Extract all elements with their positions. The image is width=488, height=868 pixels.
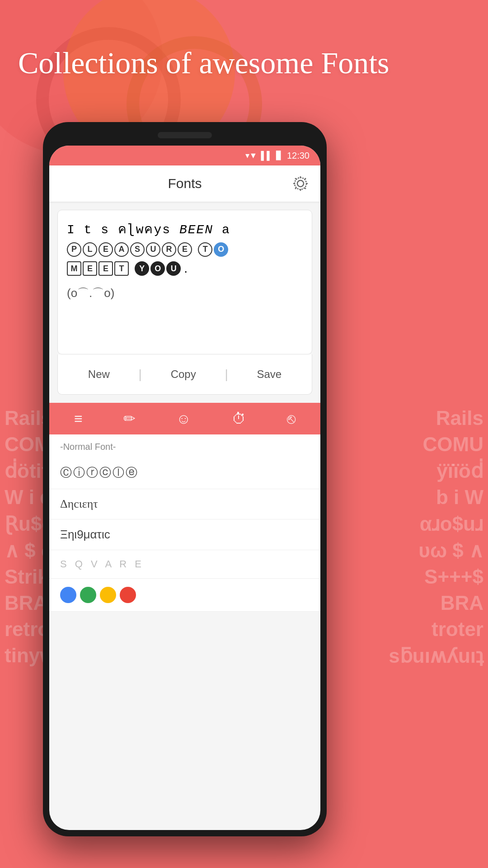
circle-t: T [198, 242, 212, 257]
phone-speaker [158, 132, 212, 138]
tab-edit-icon[interactable]: ✏ [123, 410, 136, 427]
app-title: Fonts [168, 176, 202, 191]
header-title: Collections of awesome Fonts [18, 45, 470, 80]
tab-bar: ≡ ✏ ☺ ⏱ ⎋ [49, 403, 320, 434]
font-line-2: P L E A S U R E T O [67, 241, 303, 258]
circle-e: E [99, 242, 113, 257]
brand-dot-red [120, 587, 136, 603]
phone-screen: ▾▼ ▌▌ ▊ 12:30 Fonts I t s คɭwคys BEEΝ a [49, 146, 320, 830]
status-icons: ▾▼ ▌▌ ▊ [245, 151, 282, 160]
status-time: 12:30 [287, 151, 310, 161]
font-circle-display: Ⓒⓘⓡⓒⓛⓔ [60, 466, 139, 479]
circle-r: R [162, 242, 176, 257]
app-bar: Fonts [49, 165, 320, 202]
square-t: T [114, 261, 129, 276]
new-button[interactable]: New [75, 364, 123, 384]
square-m: M [67, 261, 81, 276]
circle-y-dark: Y [135, 261, 149, 276]
circle-u-dark: U [166, 261, 181, 276]
svg-point-0 [297, 180, 304, 187]
save-button[interactable]: Save [243, 364, 295, 384]
tab-share-icon[interactable]: ⎋ [287, 410, 296, 427]
font-item-ancient[interactable]: Δηcιεητ [49, 489, 320, 519]
circle-p: P [67, 242, 81, 257]
brand-dot-blue [60, 587, 76, 603]
circle-s: S [130, 242, 145, 257]
font-list-header: -Normal Font- [49, 434, 320, 457]
circle-a: A [114, 242, 129, 257]
kaomoji: (o⌒.⌒o) [67, 285, 303, 301]
circle-o-blue: O [214, 242, 228, 257]
settings-button[interactable] [291, 174, 310, 193]
action-buttons: New | Copy | Save [57, 354, 312, 395]
font-ancient-display: Δηcιεητ [60, 497, 98, 510]
tab-list-icon[interactable]: ≡ [74, 410, 83, 427]
phone-mockup: ▾▼ ▌▌ ▊ 12:30 Fonts I t s คɭwคys BEEΝ a [43, 122, 327, 836]
font-square-display: S Q V A R E [60, 558, 144, 570]
svg-point-1 [295, 178, 306, 189]
tab-emoji-icon[interactable]: ☺ [176, 410, 191, 427]
brand-dot-teal [80, 587, 96, 603]
font-brand-display [60, 587, 310, 603]
tab-history-icon[interactable]: ⏱ [232, 410, 246, 427]
circle-o-dark: O [150, 261, 165, 276]
font-item-brand[interactable] [49, 579, 320, 612]
font-item-circle[interactable]: Ⓒⓘⓡⓒⓛⓔ [49, 457, 320, 489]
font-enigmatic-display: Ξηι9ματιc [60, 528, 110, 541]
copy-button[interactable]: Copy [157, 364, 210, 384]
font-item-enigmatic[interactable]: Ξηι9ματιc [49, 519, 320, 550]
text-display-area: I t s คɭwคys BEEΝ a P L E A S U R E T O … [57, 210, 312, 354]
status-bar: ▾▼ ▌▌ ▊ 12:30 [49, 146, 320, 165]
brand-dot-yellow [100, 587, 116, 603]
font-list: -Normal Font- Ⓒⓘⓡⓒⓛⓔ Δηcιεητ Ξηι9ματιc S… [49, 434, 320, 612]
font-line-3: M E E T Y O U . [67, 259, 303, 278]
battery-icon: ▊ [276, 151, 282, 160]
wifi-icon: ▾▼ [245, 151, 258, 160]
square-e2: E [99, 261, 113, 276]
period: . [184, 259, 188, 278]
signal-icon: ▌▌ [261, 151, 272, 160]
circle-u: U [146, 242, 160, 257]
font-item-square[interactable]: S Q V A R E [49, 550, 320, 579]
font-line-1: I t s คɭwคys BEEΝ a [67, 221, 303, 239]
circle-l: L [83, 242, 97, 257]
circle-e2: E [178, 242, 192, 257]
square-e: E [83, 261, 97, 276]
